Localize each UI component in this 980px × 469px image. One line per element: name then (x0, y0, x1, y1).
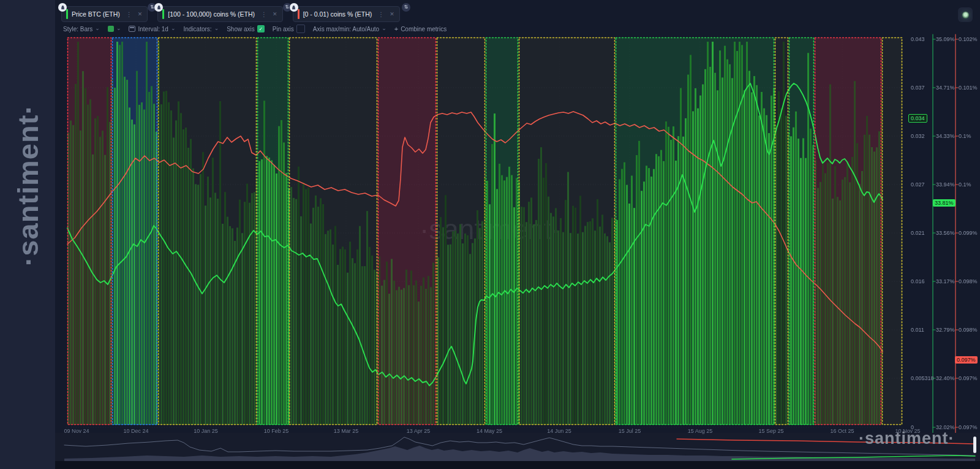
minimap-scroll-handle[interactable] (973, 437, 976, 453)
close-icon[interactable]: ✕ (138, 11, 143, 17)
santiment-vertical-logo: ·santiment· (11, 104, 45, 266)
chevron-down-icon: ⌄ (171, 26, 176, 31)
tab-coins-100-100000[interactable]: ⇅ [100 - 100,000) coins % (ETH) ⋮ ✕ (157, 6, 282, 22)
style-dropdown[interactable]: Style: Bars ⌄ (63, 26, 100, 32)
tab-menu-icon[interactable]: ⋮ (378, 11, 384, 18)
app-window: ·santiment· Price BTC (ETH) ⋮ ✕ ⇅ [100 -… (0, 0, 980, 469)
tab-label: [100 - 100,000) coins % (ETH) (168, 10, 255, 18)
lock-icon[interactable] (58, 3, 67, 12)
style-label: Style: Bars (63, 26, 92, 32)
close-icon[interactable]: ✕ (390, 11, 394, 17)
close-icon[interactable]: ✕ (273, 11, 277, 17)
chevron-down-icon: ⌄ (382, 26, 386, 31)
chevron-down-icon: ⌄ (214, 26, 219, 31)
indicators-dropdown[interactable]: Indicators: ⌄ (183, 26, 219, 32)
plus-icon: + (394, 25, 398, 32)
color-swatch-dropdown[interactable]: ⌄ (108, 26, 121, 32)
metric-color-indicator (66, 9, 68, 19)
combine-metrics-label: Combine metrics (401, 26, 447, 32)
metric-color-indicator (162, 9, 164, 19)
combine-metrics-button[interactable]: + Combine metrics (394, 25, 447, 32)
calendar-icon (129, 26, 135, 32)
metric-color-swatch (108, 26, 114, 32)
status-indicator-button[interactable] (958, 7, 973, 22)
chevron-down-icon: ⌄ (116, 26, 121, 31)
swap-axes-icon[interactable]: ⇅ (402, 3, 410, 12)
tab-menu-icon[interactable]: ⋮ (126, 11, 132, 18)
interval-label: Interval: 1d (138, 26, 168, 32)
lock-icon[interactable] (290, 3, 298, 12)
show-axis-toggle[interactable]: Show axis ✓ (227, 25, 265, 32)
left-sidebar: ·santiment· (0, 0, 55, 469)
show-axis-label: Show axis (227, 26, 255, 32)
tab-menu-icon[interactable]: ⋮ (261, 11, 267, 18)
main-chart-canvas[interactable] (0, 0, 980, 469)
metric-color-indicator (298, 9, 300, 19)
tab-label: Price BTC (ETH) (72, 10, 120, 18)
lock-icon[interactable] (154, 3, 163, 12)
status-glow-icon (962, 12, 969, 18)
indicators-label: Indicators: (183, 26, 211, 32)
santiment-watermark-logo: ·santiment· (859, 429, 955, 448)
chart-toolbar: Style: Bars ⌄ ⌄ Interval: 1d ⌄ Indicator… (63, 23, 447, 34)
metric-tab-bar: Price BTC (ETH) ⋮ ✕ ⇅ [100 - 100,000) co… (61, 6, 400, 22)
tab-coins-0-001[interactable]: ⇅ [0 - 0.01) coins % (ETH) ⋮ ✕ ⇅ (293, 6, 400, 22)
interval-dropdown[interactable]: Interval: 1d ⌄ (129, 26, 175, 32)
chevron-down-icon: ⌄ (95, 26, 100, 31)
pin-axis-label: Pin axis (273, 26, 294, 32)
checkbox-unchecked-icon[interactable] (296, 25, 305, 33)
pin-axis-toggle[interactable]: Pin axis (273, 25, 305, 33)
axis-maxmin-label: Axis max/min: Auto/Auto (313, 26, 379, 32)
checkbox-checked-icon[interactable]: ✓ (257, 25, 265, 32)
tab-label: [0 - 0.01) coins % (ETH) (303, 10, 372, 18)
tab-price-btc[interactable]: Price BTC (ETH) ⋮ ✕ (61, 6, 148, 22)
axis-maxmin-dropdown[interactable]: Axis max/min: Auto/Auto ⌄ (313, 26, 386, 32)
